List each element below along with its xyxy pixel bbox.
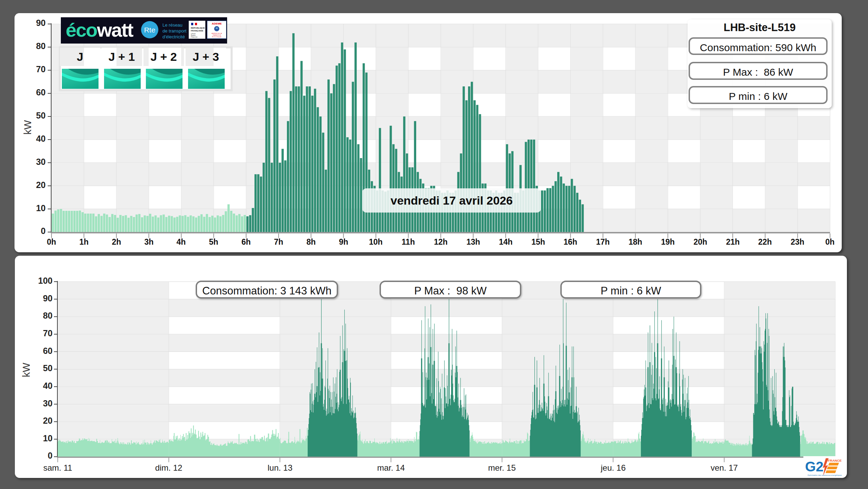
svg-text:Fraternité: Fraternité: [191, 36, 198, 38]
svg-text:G2: G2: [805, 459, 823, 474]
svg-text:ÉCOLOGIQUE: ÉCOLOGIQUE: [212, 36, 222, 38]
svg-text:ADEME: ADEME: [212, 22, 222, 25]
svg-text:Optimisation des ressources én: Optimisation des ressources énergétiques: [808, 474, 842, 476]
svg-text:RÉPUBLIQUE: RÉPUBLIQUE: [191, 27, 205, 29]
svg-text:FRANCE: FRANCE: [828, 459, 842, 462]
svg-text:Rte: Rte: [144, 26, 156, 34]
svg-text:FRANÇAISE: FRANÇAISE: [191, 29, 203, 32]
